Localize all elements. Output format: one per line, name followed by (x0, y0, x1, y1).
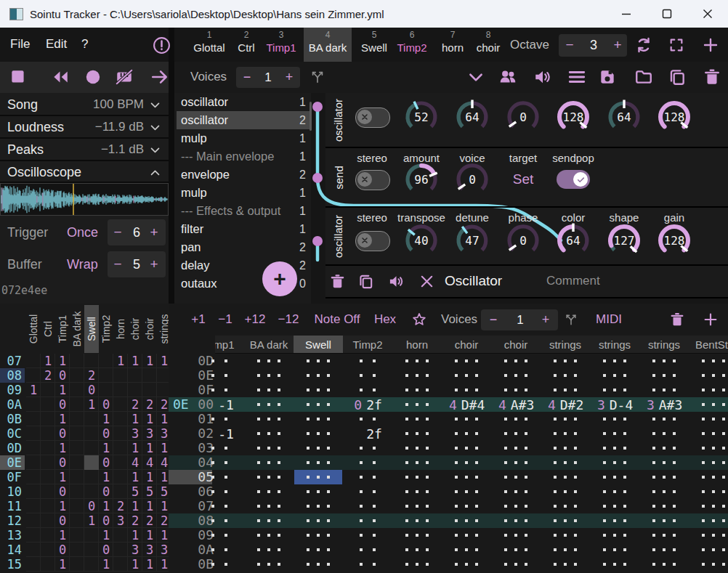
buffer-increment-button[interactable]: + (147, 256, 161, 273)
pattern-cell[interactable] (343, 441, 392, 455)
pattern-cell[interactable] (541, 455, 590, 470)
track-header-timp2-3[interactable]: Timp2 (343, 337, 392, 352)
order-cell[interactable]: 2 (113, 499, 128, 513)
send-target-button[interactable]: Set (498, 171, 549, 188)
pattern-cell[interactable] (392, 470, 442, 484)
pattern-cell[interactable] (343, 455, 392, 470)
knob-phase[interactable]: 0 (504, 98, 542, 136)
pattern-cell[interactable] (590, 528, 639, 542)
knob-detune[interactable]: 47 (453, 222, 491, 259)
order-cell[interactable]: 1 (55, 499, 70, 513)
pattern-cell[interactable] (392, 354, 442, 368)
voices-decrement-button[interactable]: − (240, 69, 254, 86)
pattern-cell[interactable] (244, 412, 294, 426)
order-cell[interactable]: 2 (157, 513, 169, 528)
order-cell[interactable]: 1 (84, 397, 99, 412)
pattern-cell[interactable]: 3D-4 (590, 397, 639, 412)
pattern-cell[interactable] (343, 354, 392, 368)
pattern-cell[interactable] (689, 513, 728, 528)
pattern-cell[interactable] (491, 426, 541, 441)
noteoff-kbd-icon[interactable] (115, 68, 134, 86)
stereo-toggle[interactable] (355, 231, 390, 251)
unit-comment-field[interactable]: Comment (546, 273, 663, 289)
pattern-cell[interactable] (294, 368, 343, 383)
order-cell[interactable]: 1 (55, 528, 70, 542)
pattern-cell[interactable]: 3A#3 (639, 397, 689, 412)
order-cell[interactable]: 1 (99, 528, 113, 542)
knob-color[interactable]: 128 (554, 98, 592, 136)
order-cell[interactable]: 1 (157, 557, 169, 572)
buffer-decrement-button[interactable]: − (111, 256, 124, 273)
pattern-cell[interactable]: 4A#3 (491, 397, 541, 412)
pattern-voices-increment-button[interactable]: + (539, 312, 552, 328)
track-header-strings-8[interactable]: strings (590, 337, 639, 352)
pattern-cell[interactable] (343, 557, 392, 572)
pattern-cell[interactable] (244, 397, 294, 412)
track-header-strings-9[interactable]: strings (639, 337, 689, 352)
pattern-cell[interactable] (442, 383, 491, 397)
pattern-cell[interactable] (689, 354, 728, 368)
pattern-cell[interactable] (541, 513, 590, 528)
order-cell[interactable]: 0 (55, 513, 70, 528)
pattern-cell[interactable] (442, 441, 491, 455)
unit-list-item-pan[interactable]: pan2 (177, 238, 310, 256)
pattern-cell[interactable]: -1 (195, 426, 244, 441)
voices-increment-button[interactable]: + (283, 69, 296, 86)
copy-icon[interactable] (357, 273, 374, 290)
pattern-cell[interactable] (294, 513, 343, 528)
pattern-cell[interactable] (491, 499, 541, 513)
order-cell[interactable]: 1 (55, 557, 70, 572)
order-cell[interactable]: 0 (55, 426, 70, 441)
pattern-cell[interactable] (195, 557, 244, 572)
pattern-voices-decrement-button[interactable]: − (487, 312, 500, 328)
knob-gain[interactable]: 128 (655, 222, 693, 259)
pattern-cell[interactable] (590, 557, 639, 572)
pattern-cell[interactable] (689, 383, 728, 397)
buffer-mode-button[interactable]: Wrap (67, 256, 105, 272)
order-cell[interactable]: 0 (99, 513, 113, 528)
stereo-toggle[interactable] (355, 170, 390, 190)
pattern-cell[interactable] (541, 426, 590, 441)
pattern-cell[interactable] (294, 441, 343, 455)
knob-voice[interactable]: 0 (453, 160, 491, 198)
order-header-glottal-0[interactable]: Glottal (26, 305, 41, 353)
order-cell[interactable]: 0 (55, 542, 70, 557)
pattern-cell[interactable] (343, 499, 392, 513)
order-cell[interactable]: 1 (157, 441, 169, 455)
order-cell[interactable]: 0 (99, 397, 113, 412)
pattern-cell[interactable] (294, 484, 343, 499)
voice-split-icon[interactable] (310, 69, 325, 85)
order-cell[interactable]: 1 (128, 499, 142, 513)
order-cell[interactable]: 1 (157, 354, 169, 368)
order-cell[interactable]: 3 (157, 542, 169, 557)
order-cell[interactable]: 1 (55, 383, 70, 397)
knob-shape[interactable]: 127 (605, 222, 643, 259)
pattern-cell[interactable] (294, 557, 343, 572)
pattern-cell[interactable] (343, 368, 392, 383)
pattern-cell[interactable] (392, 397, 442, 412)
pattern-cell[interactable] (689, 499, 728, 513)
pattern-cell[interactable] (541, 354, 590, 368)
knob-color[interactable]: 64 (554, 222, 592, 259)
pattern-cell[interactable] (639, 368, 689, 383)
order-header-swell-4[interactable]: Swell (84, 305, 99, 353)
pattern-cell[interactable] (689, 484, 728, 499)
pattern-cell[interactable] (244, 455, 294, 470)
pattern-cell[interactable] (442, 542, 491, 557)
pattern-cell[interactable] (639, 513, 689, 528)
pattern-cell[interactable] (639, 383, 689, 397)
pattern-cell[interactable] (244, 426, 294, 441)
pattern-cell[interactable] (392, 542, 442, 557)
pattern-cell[interactable] (294, 528, 343, 542)
chevron-up-icon[interactable] (149, 166, 161, 179)
pattern-cell[interactable] (392, 557, 442, 572)
pattern-cell[interactable] (689, 528, 728, 542)
pattern-cell[interactable] (294, 470, 342, 484)
track-header-horn-4[interactable]: horn (392, 337, 442, 352)
order-cell[interactable]: 1 (142, 412, 157, 426)
pattern-cell[interactable] (639, 528, 689, 542)
order-cell[interactable]: 0 (99, 484, 113, 499)
voice-split-icon[interactable] (564, 312, 578, 327)
pattern-cell[interactable] (639, 542, 689, 557)
order-cell[interactable]: 0 (99, 455, 113, 470)
